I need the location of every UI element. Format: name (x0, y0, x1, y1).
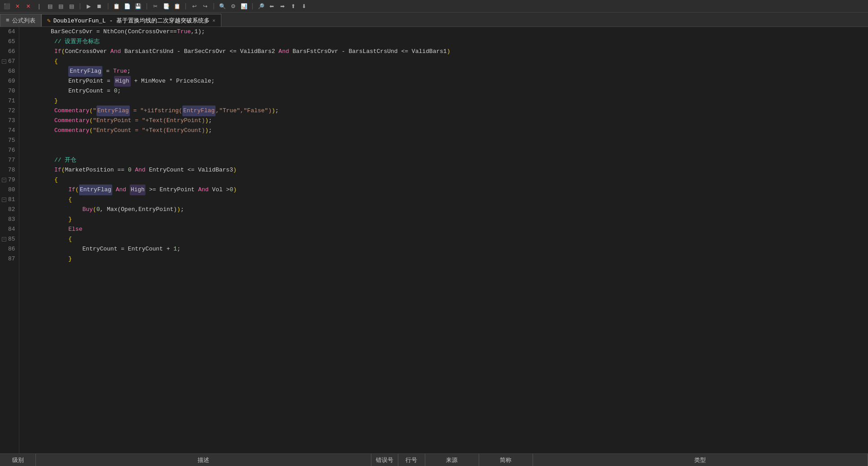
code-line-86: EntryCount = EntryCount + 1; (23, 244, 868, 254)
toolbar-btn-11[interactable]: 📄 (123, 1, 132, 11)
toolbar-btn-4[interactable]: | (34, 1, 44, 11)
ln-66: 66 (2, 47, 15, 57)
code-line-69: EntryPoint = High + MinMove * PriceScale… (23, 76, 868, 86)
toolbar-btn-14[interactable]: 📑 (161, 1, 171, 11)
code-line-66: If(ConCrossOver And BarsLastCrsUnd - Bar… (23, 47, 868, 57)
ln-76: 76 (2, 145, 15, 155)
toolbar-btn-up[interactable]: ⬆ (288, 1, 298, 11)
status-source: 来源 (425, 454, 479, 466)
toolbar-btn-13[interactable]: ✂ (150, 1, 160, 11)
ln-87: 87 (2, 254, 15, 264)
code-line-78: If(MarketPosition == 0 And EntryCount <=… (23, 165, 868, 175)
toolbar-btn-8[interactable]: ▶ (84, 1, 93, 11)
ln-74: 74 (2, 126, 15, 136)
tab-close-icon[interactable]: ✕ (212, 18, 216, 23)
ln-75: 75 (2, 136, 15, 145)
code-line-75 (23, 136, 868, 145)
ln-82: 82 (2, 205, 15, 215)
ln-83: 83 (2, 215, 15, 224)
toolbar-btn-9[interactable]: ⏹ (94, 1, 104, 11)
tab-formula-list[interactable]: ≡ 公式列表 (0, 14, 41, 26)
ln-68: 68 (2, 66, 15, 76)
toolbar-btn-down[interactable]: ⬇ (299, 1, 309, 11)
toolbar-btn-12[interactable]: 💾 (133, 1, 143, 11)
tab-editor[interactable]: ✎ DoubleYourFun_L - 基于置换均线的二次穿越突破系统多 ✕ (41, 14, 221, 26)
code-editor: 64 65 66 −67 68 69 70 71 72 73 74 75 76 … (0, 27, 868, 453)
toolbar-btn-settings[interactable]: ⚙ (228, 1, 238, 11)
ln-80: 80 (2, 185, 15, 195)
code-line-87: } (23, 254, 868, 264)
toolbar-btn-2[interactable]: ✕ (13, 1, 22, 11)
ln-85: −85 (2, 234, 15, 244)
toolbar-btn-10[interactable]: 📋 (112, 1, 122, 11)
code-line-73: Commentary("EntryPoint = "+Text(EntryPoi… (23, 116, 868, 126)
ln-67: −67 (2, 57, 15, 66)
toolbar-btn-fwd[interactable]: ➡ (278, 1, 287, 11)
code-line-64: BarSecCrsOvr = NthCon(ConCrossOver==True… (23, 27, 868, 37)
code-area[interactable]: 64 65 66 −67 68 69 70 71 72 73 74 75 76 … (0, 27, 868, 453)
tabbar: ≡ 公式列表 ✎ DoubleYourFun_L - 基于置换均线的二次穿越突破… (0, 13, 868, 27)
code-line-72: Commentary("EntryFlag = "+iifstring(Entr… (23, 106, 868, 116)
toolbar-btn-search[interactable]: 🔍 (217, 1, 227, 11)
ln-84: 84 (2, 224, 15, 234)
code-line-71: } (23, 96, 868, 106)
editor-tab-label: DoubleYourFun_L - 基于置换均线的二次穿越突破系统多 (53, 17, 210, 25)
toolbar-btn-undo[interactable]: ↩ (189, 1, 199, 11)
toolbar-btn-1[interactable]: ⬛ (2, 1, 12, 11)
ln-77: 77 (2, 155, 15, 165)
ln-78: 78 (2, 165, 15, 175)
fold-64-icon (2, 30, 6, 34)
toolbar-btn-back[interactable]: ⬅ (267, 1, 277, 11)
status-bar: 级别 描述 错误号 行号 来源 简称 类型 (0, 453, 868, 466)
formula-list-label: 公式列表 (12, 17, 35, 25)
ln-79: −79 (2, 175, 15, 185)
status-type: 类型 (533, 454, 868, 466)
ln-64: 64 (2, 27, 15, 37)
toolbar-btn-15[interactable]: 📋 (172, 1, 182, 11)
ln-86: 86 (2, 244, 15, 254)
status-abbr: 简称 (479, 454, 533, 466)
status-level: 级别 (0, 454, 36, 466)
code-line-74: Commentary("EntryCount = "+Text(EntryCou… (23, 126, 868, 136)
status-errnum: 错误号 (371, 454, 398, 466)
code-line-83: } (23, 215, 868, 224)
code-line-82: Buy(0, Max(Open,EntryPoint)); (23, 205, 868, 215)
ln-71: 71 (2, 96, 15, 106)
code-line-85: { (23, 234, 868, 244)
toolbar-btn-5[interactable]: ▤ (45, 1, 55, 11)
formula-list-icon: ≡ (6, 17, 9, 24)
toolbar-btn-redo[interactable]: ↪ (200, 1, 210, 11)
ln-65: 65 (2, 37, 15, 47)
toolbar-btn-chart[interactable]: 📊 (239, 1, 249, 11)
code-line-79: { (23, 175, 868, 185)
toolbar: ⬛ ✕ ✕ | ▤ ▤ ▤ | ▶ ⏹ | 📋 📄 💾 | ✂ 📑 📋 | ↩ … (0, 0, 868, 13)
code-line-80: If(EntryFlag And High >= EntryPoint And … (23, 185, 868, 195)
code-line-84: Else (23, 224, 868, 234)
status-lineno: 行号 (398, 454, 425, 466)
toolbar-btn-7[interactable]: ▤ (66, 1, 76, 11)
edit-icon: ✎ (47, 17, 51, 24)
ln-73: 73 (2, 116, 15, 126)
toolbar-btn-3[interactable]: ✕ (23, 1, 33, 11)
code-line-81: { (23, 195, 868, 205)
code-line-67: { (23, 57, 868, 66)
code-line-76 (23, 145, 868, 155)
code-line-65: // 设置开仓标志 (23, 37, 868, 47)
code-line-77: // 开仓 (23, 155, 868, 165)
code-lines[interactable]: BarSecCrsOvr = NthCon(ConCrossOver==True… (19, 27, 868, 453)
ln-81: −81 (2, 195, 15, 205)
ln-72: 72 (2, 106, 15, 116)
toolbar-btn-zoom[interactable]: 🔎 (256, 1, 266, 11)
code-line-70: EntryCount = 0; (23, 86, 868, 96)
ln-70: 70 (2, 86, 15, 96)
line-numbers: 64 65 66 −67 68 69 70 71 72 73 74 75 76 … (0, 27, 19, 453)
code-line-68: EntryFlag = True; (23, 66, 868, 76)
toolbar-btn-6[interactable]: ▤ (56, 1, 66, 11)
ln-69: 69 (2, 76, 15, 86)
status-desc: 描述 (36, 454, 371, 466)
